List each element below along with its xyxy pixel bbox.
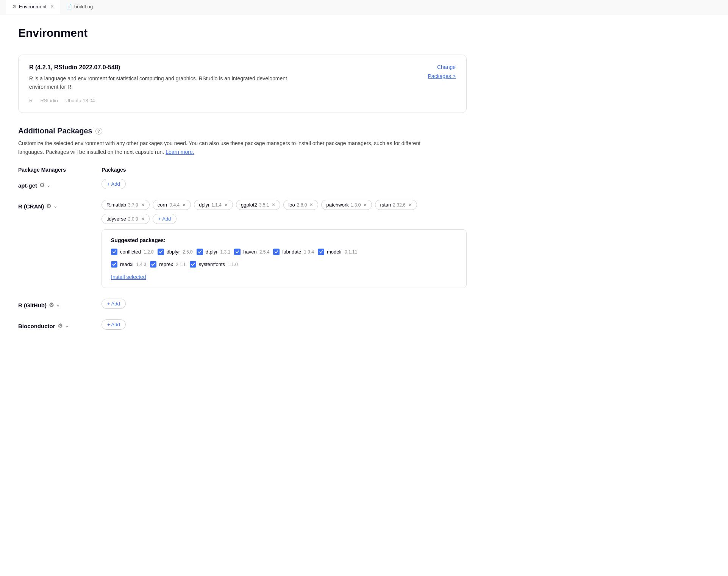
suggested-pkg-modelr: modelr 0.1.11 xyxy=(318,249,357,255)
manager-name-bioconductor: Bioconductor ⚙ ⌄ xyxy=(18,319,102,329)
packages-link[interactable]: Packages > xyxy=(428,73,456,79)
additional-packages-section: Additional Packages ? Customize the sele… xyxy=(18,127,467,330)
pkg-version-rmatlab: 3.7.0 xyxy=(128,202,138,208)
checkbox-reprex[interactable] xyxy=(150,261,156,268)
packages-header: Packages xyxy=(102,167,467,173)
apt-get-add-button[interactable]: + Add xyxy=(102,179,126,189)
pkg-remove-ggplot2[interactable]: ✕ xyxy=(272,203,275,207)
suggested-name-systemfonts: systemfonts xyxy=(199,261,225,267)
manager-name-r-github: R (GitHub) ⚙ ⌄ xyxy=(18,299,102,308)
pkg-remove-rstan[interactable]: ✕ xyxy=(408,203,412,207)
pkg-name-loo: loo xyxy=(288,202,295,208)
suggested-version-systemfonts: 1.1.0 xyxy=(228,262,238,267)
suggested-packages-list-row2: readxl 1.4.3 reprex 2.1.1 xyxy=(111,261,457,268)
pkg-tag-ggplot2: ggplot2 3.5.1 ✕ xyxy=(236,200,280,210)
main-content: Environment R (4.2.1, RStudio 2022.07.0-… xyxy=(0,14,485,352)
section-description: Customize the selected environment with … xyxy=(18,139,435,156)
package-headers: Package Managers Packages xyxy=(18,167,467,173)
checkbox-conflicted[interactable] xyxy=(111,249,117,255)
tab-buildlog-label: buildLog xyxy=(74,4,93,9)
pkg-version-loo: 2.8.0 xyxy=(297,202,307,208)
checkbox-dtplyr[interactable] xyxy=(197,249,203,255)
suggested-pkg-reprex: reprex 2.1.1 xyxy=(150,261,186,268)
suggested-pkg-systemfonts: systemfonts 1.1.0 xyxy=(190,261,238,268)
env-card-actions: Change Packages > xyxy=(428,64,456,79)
pkg-name-corrr: corrr xyxy=(158,202,168,208)
pkg-name-rstan: rstan xyxy=(380,202,391,208)
pkg-version-corrr: 0.4.4 xyxy=(169,202,180,208)
suggested-name-conflicted: conflicted xyxy=(120,249,141,255)
suggested-name-haven: haven xyxy=(243,249,256,255)
apt-get-chevron-icon[interactable]: ⌄ xyxy=(47,183,50,188)
pkg-tag-rmatlab: R.matlab 3.7.0 ✕ xyxy=(102,200,150,210)
install-selected-button[interactable]: Install selected xyxy=(111,274,146,280)
pkg-version-ggplot2: 3.5.1 xyxy=(259,202,269,208)
env-tag-r: R xyxy=(29,98,33,103)
suggested-pkg-lubridate: lubridate 1.9.4 xyxy=(273,249,314,255)
suggested-version-modelr: 0.1.11 xyxy=(345,249,357,255)
pkg-tag-patchwork: patchwork 1.3.0 ✕ xyxy=(321,200,372,210)
suggested-name-readxl: readxl xyxy=(120,261,133,267)
r-github-chevron-icon[interactable]: ⌄ xyxy=(56,302,60,308)
suggested-title: Suggested packages: xyxy=(111,237,457,243)
bioconductor-gear-icon[interactable]: ⚙ xyxy=(58,322,62,329)
r-cran-packages-row2: tidyverse 2.0.0 ✕ + Add xyxy=(102,214,467,224)
r-cran-add-button[interactable]: + Add xyxy=(153,214,177,224)
r-github-gear-icon[interactable]: ⚙ xyxy=(49,302,54,308)
pkg-version-dplyr: 1.1.4 xyxy=(211,202,222,208)
r-cran-gear-icon[interactable]: ⚙ xyxy=(46,203,51,210)
pkg-remove-tidyverse[interactable]: ✕ xyxy=(141,217,145,221)
pkg-remove-corrr[interactable]: ✕ xyxy=(182,203,186,207)
env-tag-ubuntu: Ubuntu 18.04 xyxy=(66,98,95,103)
pkg-name-tidyverse: tidyverse xyxy=(106,216,126,222)
pkg-remove-dplyr[interactable]: ✕ xyxy=(224,203,228,207)
pkg-tag-rstan: rstan 2.32.6 ✕ xyxy=(375,200,417,210)
pkg-name-rmatlab: R.matlab xyxy=(106,202,126,208)
environment-tab-icon: ⚙ xyxy=(12,4,17,9)
learn-more-link[interactable]: Learn more. xyxy=(166,149,194,155)
pkg-remove-patchwork[interactable]: ✕ xyxy=(363,203,367,207)
pkg-tag-dplyr: dplyr 1.1.4 ✕ xyxy=(194,200,233,210)
suggested-pkg-dtplyr: dtplyr 1.3.1 xyxy=(197,249,231,255)
pkg-row-r-github: R (GitHub) ⚙ ⌄ + Add xyxy=(18,299,467,309)
pkg-remove-loo[interactable]: ✕ xyxy=(309,203,313,207)
page-title: Environment xyxy=(18,27,467,39)
env-card-tags: R RStudio Ubuntu 18.04 xyxy=(29,98,456,103)
bioconductor-add-button[interactable]: + Add xyxy=(102,319,126,330)
pkg-row-r-cran: R (CRAN) ⚙ ⌄ R.matlab 3.7.0 ✕ corrr 0.4.… xyxy=(18,200,467,288)
env-card-title: R (4.2.1, RStudio 2022.07.0-548) xyxy=(29,64,456,71)
r-github-add-button[interactable]: + Add xyxy=(102,299,126,309)
r-cran-packages: R.matlab 3.7.0 ✕ corrr 0.4.4 ✕ dplyr 1.1… xyxy=(102,200,467,210)
suggested-version-dtplyr: 1.3.1 xyxy=(220,249,231,255)
tab-environment[interactable]: ⚙ Environment ✕ xyxy=(6,0,60,14)
pkg-remove-rmatlab[interactable]: ✕ xyxy=(141,203,145,207)
help-icon[interactable]: ? xyxy=(95,128,102,135)
checkbox-systemfonts[interactable] xyxy=(190,261,196,268)
tab-bar: ⚙ Environment ✕ 📄 buildLog xyxy=(0,0,728,14)
pkg-name-ggplot2: ggplot2 xyxy=(241,202,257,208)
managers-header: Package Managers xyxy=(18,167,102,173)
suggested-packages-list: conflicted 1.2.0 dbplyr 2.5.0 xyxy=(111,249,457,255)
checkbox-dbplyr[interactable] xyxy=(158,249,164,255)
bioconductor-chevron-icon[interactable]: ⌄ xyxy=(65,323,69,329)
checkbox-readxl[interactable] xyxy=(111,261,117,268)
r-cran-chevron-icon[interactable]: ⌄ xyxy=(53,203,57,209)
pkg-version-patchwork: 1.3.0 xyxy=(351,202,361,208)
checkbox-haven[interactable] xyxy=(234,249,241,255)
pkg-version-tidyverse: 2.0.0 xyxy=(128,216,138,222)
apt-get-gear-icon[interactable]: ⚙ xyxy=(39,182,44,189)
suggested-version-haven: 2.5.4 xyxy=(259,249,270,255)
pkg-tag-tidyverse: tidyverse 2.0.0 ✕ xyxy=(102,214,150,224)
environment-card: R (4.2.1, RStudio 2022.07.0-548) R is a … xyxy=(18,55,467,113)
checkbox-lubridate[interactable] xyxy=(273,249,280,255)
bioconductor-packages: + Add xyxy=(102,319,467,330)
tab-buildlog[interactable]: 📄 buildLog xyxy=(60,0,99,14)
checkbox-modelr[interactable] xyxy=(318,249,324,255)
suggested-version-lubridate: 1.9.4 xyxy=(304,249,314,255)
manager-name-apt-get: apt-get ⚙ ⌄ xyxy=(18,179,102,189)
suggested-packages-box: Suggested packages: conflicted 1.2.0 xyxy=(102,229,467,288)
pkg-version-rstan: 2.32.6 xyxy=(393,202,405,208)
tab-environment-close[interactable]: ✕ xyxy=(50,4,54,9)
suggested-name-modelr: modelr xyxy=(327,249,342,255)
change-button[interactable]: Change xyxy=(437,64,456,70)
